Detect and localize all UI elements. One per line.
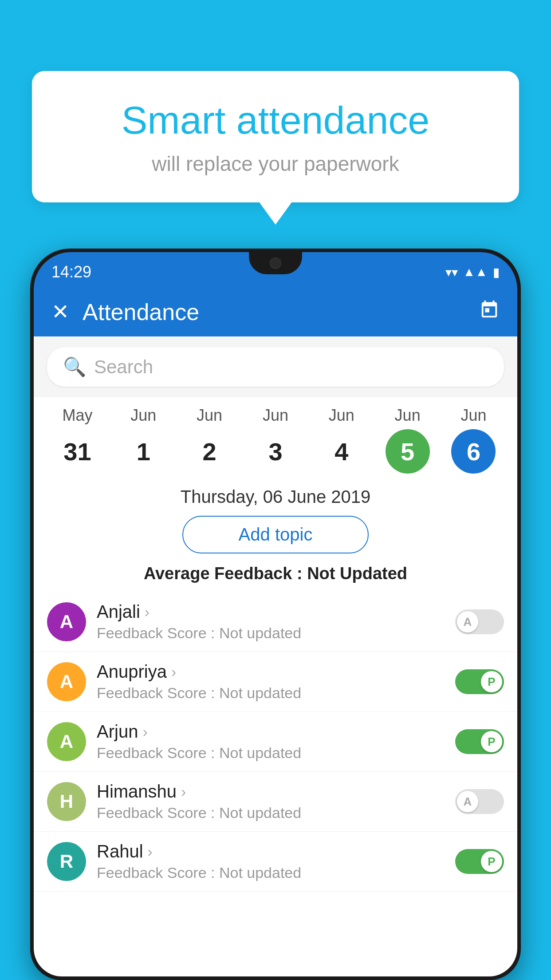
search-bar-container: 🔍 Search bbox=[34, 336, 517, 397]
wifi-icon: ▾▾ bbox=[445, 265, 458, 280]
search-input-wrap[interactable]: 🔍 Search bbox=[47, 347, 504, 387]
attendance-toggle[interactable]: P bbox=[455, 669, 504, 694]
cal-date: 3 bbox=[253, 429, 298, 474]
search-icon: 🔍 bbox=[63, 356, 86, 378]
avatar: R bbox=[47, 842, 86, 881]
cal-month: Jun bbox=[460, 406, 486, 425]
notch bbox=[249, 252, 302, 274]
phone-inner: 14:29 ▾▾ ▲▲ ▮ ✕ Attendance 🔍 S bbox=[34, 252, 517, 976]
student-item: AAnjali ›Feedback Score : Not updatedA bbox=[34, 592, 517, 652]
student-info: Himanshu ›Feedback Score : Not updated bbox=[97, 782, 445, 822]
cal-date: 1 bbox=[121, 429, 165, 474]
calendar-day-4[interactable]: Jun4 bbox=[317, 406, 366, 474]
student-item: RRahul ›Feedback Score : Not updatedP bbox=[34, 832, 517, 892]
student-name[interactable]: Rahul › bbox=[97, 842, 445, 861]
student-item: AArjun ›Feedback Score : Not updatedP bbox=[34, 712, 517, 772]
calendar-day-1[interactable]: Jun1 bbox=[119, 406, 168, 474]
attendance-toggle[interactable]: P bbox=[455, 729, 504, 754]
cal-month: Jun bbox=[329, 406, 354, 425]
feedback-score: Feedback Score : Not updated bbox=[97, 684, 445, 702]
speech-bubble: Smart attendance will replace your paper… bbox=[32, 71, 519, 202]
attendance-toggle[interactable]: A bbox=[455, 609, 504, 634]
close-button[interactable]: ✕ bbox=[51, 301, 69, 323]
student-name[interactable]: Arjun › bbox=[97, 722, 445, 742]
cal-date: 31 bbox=[55, 429, 99, 474]
speech-bubble-container: Smart attendance will replace your paper… bbox=[32, 71, 519, 202]
cal-month: Jun bbox=[263, 406, 288, 425]
app-title: Attendance bbox=[83, 299, 466, 325]
chevron-icon: › bbox=[181, 783, 186, 800]
toggle-knob: P bbox=[481, 671, 502, 692]
student-info: Anjali ›Feedback Score : Not updated bbox=[97, 602, 445, 642]
calendar-day-5[interactable]: Jun5 bbox=[383, 406, 432, 474]
phone-frame: 14:29 ▾▾ ▲▲ ▮ ✕ Attendance 🔍 S bbox=[30, 249, 521, 980]
toggle-knob: A bbox=[457, 791, 478, 812]
cal-date: 6 bbox=[451, 429, 496, 474]
chevron-icon: › bbox=[142, 723, 147, 740]
toggle-knob: P bbox=[481, 851, 502, 872]
chevron-icon: › bbox=[148, 843, 153, 860]
toggle-knob: P bbox=[481, 731, 502, 752]
attendance-toggle-wrap: A bbox=[455, 789, 504, 814]
status-icons: ▾▾ ▲▲ ▮ bbox=[445, 265, 500, 280]
avg-feedback: Average Feedback : Not Updated bbox=[34, 564, 517, 583]
camera bbox=[270, 257, 281, 269]
calendar-day-31[interactable]: May31 bbox=[53, 406, 102, 474]
cal-date: 2 bbox=[187, 429, 232, 474]
app-bar: ✕ Attendance bbox=[34, 288, 517, 336]
cal-month: May bbox=[62, 406, 92, 425]
attendance-toggle-wrap: A bbox=[455, 609, 504, 634]
chevron-icon: › bbox=[171, 663, 176, 680]
student-info: Anupriya ›Feedback Score : Not updated bbox=[97, 662, 445, 702]
student-item: AAnupriya ›Feedback Score : Not updatedP bbox=[34, 652, 517, 712]
battery-icon: ▮ bbox=[493, 265, 500, 280]
status-time: 14:29 bbox=[51, 263, 91, 281]
attendance-toggle[interactable]: A bbox=[455, 789, 504, 814]
toggle-knob: A bbox=[457, 611, 478, 632]
feedback-score: Feedback Score : Not updated bbox=[97, 624, 445, 642]
attendance-toggle-wrap: P bbox=[455, 729, 504, 754]
cal-date: 4 bbox=[319, 429, 364, 474]
add-topic-button[interactable]: Add topic bbox=[182, 516, 369, 553]
screen-content: 🔍 Search May31Jun1Jun2Jun3Jun4Jun5Jun6 T… bbox=[34, 336, 517, 976]
speech-bubble-title: Smart attendance bbox=[67, 98, 484, 143]
attendance-toggle[interactable]: P bbox=[455, 849, 504, 874]
student-name[interactable]: Anupriya › bbox=[97, 662, 445, 682]
avatar: A bbox=[47, 602, 86, 641]
cal-month: Jun bbox=[197, 406, 222, 425]
selected-date-label: Thursday, 06 June 2019 bbox=[34, 474, 517, 516]
feedback-score: Feedback Score : Not updated bbox=[97, 804, 445, 822]
calendar-day-6[interactable]: Jun6 bbox=[449, 406, 498, 474]
signal-icon: ▲▲ bbox=[463, 265, 488, 279]
cal-month: Jun bbox=[395, 406, 421, 425]
student-name[interactable]: Himanshu › bbox=[97, 782, 445, 802]
chevron-icon: › bbox=[145, 603, 150, 620]
calendar-day-2[interactable]: Jun2 bbox=[185, 406, 234, 474]
calendar-icon[interactable] bbox=[479, 300, 500, 325]
avatar: A bbox=[47, 722, 86, 761]
avatar: A bbox=[47, 662, 86, 701]
attendance-toggle-wrap: P bbox=[455, 669, 504, 694]
student-name[interactable]: Anjali › bbox=[97, 602, 445, 622]
cal-date: 5 bbox=[386, 429, 430, 474]
student-item: HHimanshu ›Feedback Score : Not updatedA bbox=[34, 772, 517, 832]
calendar-day-3[interactable]: Jun3 bbox=[251, 406, 300, 474]
feedback-score: Feedback Score : Not updated bbox=[97, 864, 445, 881]
cal-month: Jun bbox=[130, 406, 156, 425]
attendance-toggle-wrap: P bbox=[455, 849, 504, 874]
feedback-score: Feedback Score : Not updated bbox=[97, 744, 445, 762]
calendar-strip: May31Jun1Jun2Jun3Jun4Jun5Jun6 bbox=[34, 397, 517, 474]
student-list: AAnjali ›Feedback Score : Not updatedAAA… bbox=[34, 592, 517, 892]
student-info: Arjun ›Feedback Score : Not updated bbox=[97, 722, 445, 762]
avatar: H bbox=[47, 782, 86, 821]
speech-bubble-subtitle: will replace your paperwork bbox=[67, 152, 484, 176]
student-info: Rahul ›Feedback Score : Not updated bbox=[97, 842, 445, 881]
avg-feedback-label: Average Feedback : bbox=[144, 564, 303, 583]
avg-feedback-value: Not Updated bbox=[307, 564, 407, 583]
search-input[interactable]: Search bbox=[94, 356, 153, 378]
